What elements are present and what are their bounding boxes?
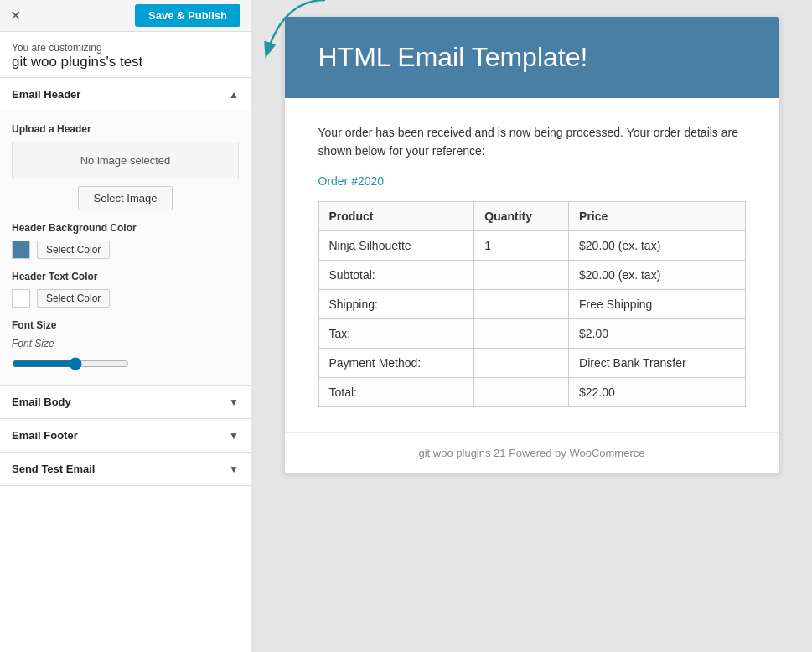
- font-size-slider[interactable]: [12, 357, 129, 370]
- table-row: Tax:$2.00: [318, 318, 745, 348]
- cell-2-2: Free Shipping: [569, 289, 745, 318]
- font-size-italic-label: Font Size: [12, 338, 239, 349]
- customizing-section: You are customizing git woo plugins's te…: [0, 32, 251, 78]
- upload-header-label: Upload a Header: [12, 123, 239, 135]
- header-bg-color-label: Header Background Color: [12, 222, 239, 234]
- cell-0-0: Ninja Silhouette: [318, 230, 474, 260]
- header-bg-color-row: Select Color: [12, 241, 239, 259]
- close-icon[interactable]: ✕: [10, 8, 21, 23]
- top-bar: ✕ Save & Publish: [0, 0, 251, 32]
- table-row: Subtotal:$20.00 (ex. tax): [318, 260, 745, 289]
- col-header-2: Price: [569, 201, 745, 230]
- cell-5-2: $22.00: [569, 377, 745, 406]
- cell-0-1: 1: [474, 230, 569, 260]
- table-body: Ninja Silhouette1$20.00 (ex. tax)Subtota…: [318, 230, 745, 406]
- cell-1-2: $20.00 (ex. tax): [569, 260, 745, 289]
- email-header-banner: HTML Email Template!: [285, 17, 779, 98]
- email-footer-text: git woo plugins 21 Powered by WooCommerc…: [418, 447, 644, 459]
- cell-4-0: Payment Method:: [318, 348, 474, 377]
- cell-1-0: Subtotal:: [318, 260, 474, 289]
- email-header-accordion[interactable]: Email Header ▲: [0, 78, 251, 111]
- order-link[interactable]: Order #2020: [318, 174, 746, 188]
- header-text-select-color-button[interactable]: Select Color: [37, 289, 110, 308]
- send-test-email-label: Send Test Email: [12, 463, 95, 475]
- header-text-color-section: Header Text Color Select Color: [12, 271, 239, 308]
- header-text-color-label: Header Text Color: [12, 271, 239, 282]
- left-panel: ✕ Save & Publish You are customizing git…: [0, 0, 251, 652]
- cell-5-1: [474, 377, 569, 406]
- cell-3-0: Tax:: [318, 318, 474, 348]
- email-preview: HTML Email Template! Your order has been…: [285, 17, 779, 473]
- header-bg-select-color-button[interactable]: Select Color: [37, 241, 110, 259]
- cell-4-2: Direct Bank Transfer: [569, 348, 745, 377]
- table-row: Shipping:Free Shipping: [318, 289, 745, 318]
- email-body: Your order has been received and is now …: [285, 98, 779, 432]
- header-text-color-swatch[interactable]: [12, 289, 30, 308]
- header-bg-color-swatch[interactable]: [12, 241, 30, 259]
- cell-3-2: $2.00: [569, 318, 745, 348]
- table-row: Payment Method:Direct Bank Transfer: [318, 348, 745, 377]
- email-header-content: Upload a Header No image selected Select…: [0, 111, 251, 386]
- email-body-accordion[interactable]: Email Body ▼: [0, 386, 251, 419]
- email-footer-arrow: ▼: [229, 430, 239, 442]
- col-header-0: Product: [318, 201, 474, 230]
- cell-1-1: [474, 260, 569, 289]
- email-footer-label: Email Footer: [12, 429, 78, 442]
- customizing-label: You are customizing: [12, 42, 239, 54]
- cell-5-0: Total:: [318, 377, 474, 406]
- email-body-text: Your order has been received and is now …: [318, 123, 746, 161]
- email-header-arrow: ▲: [229, 89, 239, 101]
- font-size-section: Font Size Font Size: [12, 319, 239, 373]
- save-publish-button[interactable]: Save & Publish: [135, 4, 240, 27]
- table-row: Total:$22.00: [318, 377, 745, 406]
- font-size-label: Font Size: [12, 319, 239, 331]
- cell-2-1: [474, 289, 569, 318]
- table-header-row: ProductQuantityPrice: [318, 201, 745, 230]
- order-table: ProductQuantityPrice Ninja Silhouette1$2…: [318, 201, 746, 407]
- right-panel: HTML Email Template! Your order has been…: [251, 0, 812, 652]
- email-footer-accordion[interactable]: Email Footer ▼: [0, 419, 251, 453]
- email-body-label: Email Body: [12, 396, 71, 408]
- col-header-1: Quantity: [474, 201, 569, 230]
- send-test-email-accordion[interactable]: Send Test Email ▼: [0, 453, 251, 486]
- email-body-arrow: ▼: [229, 396, 239, 408]
- cell-4-1: [474, 348, 569, 377]
- table-row: Ninja Silhouette1$20.00 (ex. tax): [318, 230, 745, 260]
- email-footer: git woo plugins 21 Powered by WooCommerc…: [285, 432, 779, 473]
- cell-0-2: $20.00 (ex. tax): [569, 230, 745, 260]
- customizing-title: git woo plugins's test: [12, 54, 239, 70]
- send-test-email-arrow: ▼: [229, 463, 239, 475]
- cell-2-0: Shipping:: [318, 289, 474, 318]
- no-image-box: No image selected: [12, 142, 239, 179]
- cell-3-1: [474, 318, 569, 348]
- select-image-button[interactable]: Select Image: [78, 186, 173, 210]
- email-template-title: HTML Email Template!: [318, 42, 746, 73]
- email-header-label: Email Header: [12, 88, 80, 101]
- header-bg-color-section: Header Background Color Select Color: [12, 222, 239, 259]
- header-text-color-row: Select Color: [12, 289, 239, 308]
